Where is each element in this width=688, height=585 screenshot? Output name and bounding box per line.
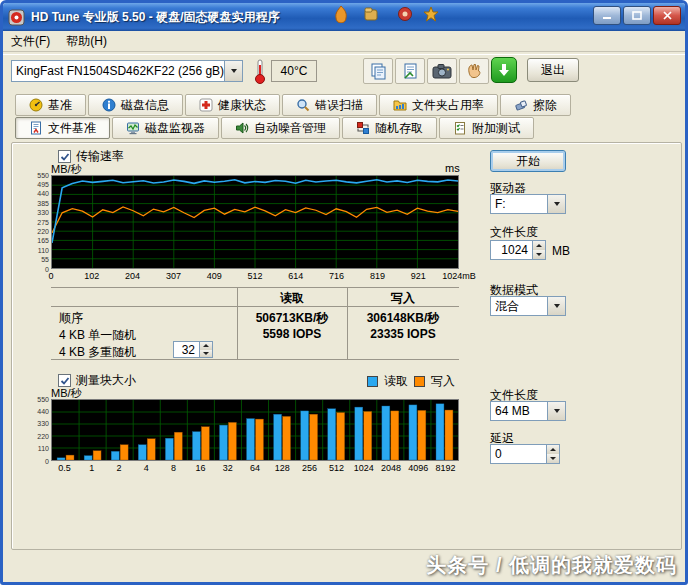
tab-error-scan-label: 错误扫描	[315, 97, 363, 114]
x-tick-label: 716	[329, 271, 344, 281]
delay-arrows[interactable]	[546, 444, 560, 464]
transfer-graph-x-labels: 01022043074095126147168199211024mB	[51, 271, 459, 281]
file-length-label: 文件长度	[490, 224, 538, 241]
spinner-up-icon[interactable]	[547, 445, 559, 454]
tab-erase-label: 擦除	[533, 97, 557, 114]
row-4k-single-write: 23335 IOPS	[347, 327, 459, 341]
hand-icon	[465, 62, 483, 80]
block-graph-x-labels: 0.512481632641282565121024204840968192	[51, 463, 459, 473]
tab-benchmark[interactable]: 基准	[15, 94, 86, 116]
tab-aam[interactable]: 自动噪音管理	[221, 117, 340, 139]
x-tick-label: 512	[247, 271, 262, 281]
chevron-down-icon[interactable]	[224, 61, 242, 81]
queue-depth-arrows[interactable]	[199, 341, 213, 358]
spinner-down-icon[interactable]	[533, 250, 545, 259]
error-scan-icon	[296, 98, 310, 112]
queue-depth-value[interactable]: 32	[173, 341, 199, 358]
data-mode-select[interactable]: 混合	[490, 296, 566, 316]
tab-disk-monitor[interactable]: 磁盘监视器	[112, 117, 219, 139]
title-bar[interactable]: HD Tune 专业版 5.50 - 硬盘/固态硬盘实用程序	[3, 3, 685, 31]
tab-random-access[interactable]: 随机存取	[342, 117, 437, 139]
read-legend-swatch	[367, 376, 378, 387]
x-tick-label: 0.5	[58, 463, 71, 473]
tab-file-benchmark-label: 文件基准	[48, 120, 96, 137]
delay-value[interactable]: 0	[490, 444, 546, 464]
tab-extra-tests[interactable]: 附加测试	[439, 117, 534, 139]
block-size-graph	[51, 399, 459, 461]
start-button[interactable]: 开始	[490, 150, 566, 172]
close-button[interactable]	[653, 6, 681, 25]
x-tick-label: 32	[223, 463, 233, 473]
tab-erase[interactable]: 擦除	[500, 94, 571, 116]
spinner-up-icon[interactable]	[200, 342, 212, 350]
x-tick-label: 1024mB	[442, 271, 476, 281]
block-size-label: 测量块大小	[76, 372, 136, 389]
row-sequential-write: 306148KB/秒	[347, 310, 459, 327]
tab-disk-info-label: 磁盘信息	[121, 97, 169, 114]
camera-icon	[432, 63, 452, 79]
delay-spinner[interactable]: 0	[490, 444, 560, 464]
x-tick-label: 0	[48, 271, 53, 281]
y-axis-unit-right: ms	[445, 162, 460, 174]
tab-file-benchmark[interactable]: 文件基准	[15, 117, 110, 139]
screenshot-button[interactable]	[427, 58, 457, 84]
target-drive-value: F:	[491, 197, 547, 211]
spinner-down-icon[interactable]	[200, 350, 212, 358]
copy-pages-button[interactable]	[363, 58, 393, 84]
tab-extra-tests-label: 附加测试	[472, 120, 520, 137]
x-tick-label: 2	[116, 463, 121, 473]
y-tick-label: 330	[37, 420, 49, 427]
x-tick-label: 1	[89, 463, 94, 473]
chevron-down-icon[interactable]	[547, 297, 565, 315]
chevron-down-icon[interactable]	[547, 195, 565, 213]
y-tick-label: 330	[37, 209, 49, 216]
maximize-button[interactable]	[623, 6, 651, 25]
file-length-spinner[interactable]: 1024	[490, 240, 546, 260]
data-mode-value: 混合	[491, 298, 547, 315]
minimize-button[interactable]	[593, 6, 621, 25]
copy-report-button[interactable]	[395, 58, 425, 84]
exit-button-label: 退出	[541, 62, 565, 79]
x-tick-label: 256	[302, 463, 317, 473]
y-tick-label: 0	[45, 458, 49, 465]
donate-button[interactable]	[459, 58, 489, 84]
file-length-2-select[interactable]: 64 MB	[490, 401, 566, 421]
tab-error-scan[interactable]: 错误扫描	[282, 94, 377, 116]
write-legend-label: 写入	[431, 373, 455, 390]
target-drive-select[interactable]: F:	[490, 194, 566, 214]
menu-bar: 文件(F) 帮助(H)	[3, 31, 685, 51]
x-tick-label: 102	[84, 271, 99, 281]
menu-separator	[3, 51, 685, 55]
aam-icon	[235, 121, 249, 135]
row-sequential-label: 顺序	[59, 310, 83, 327]
temperature-value: 40°C	[281, 64, 308, 78]
exit-button[interactable]: 退出	[527, 58, 579, 82]
transfer-rate-label: 传输速率	[76, 148, 124, 165]
file-length-arrows[interactable]	[532, 240, 546, 260]
tab-health[interactable]: 健康状态	[185, 94, 280, 116]
erase-icon	[514, 98, 528, 112]
update-button[interactable]	[491, 57, 517, 83]
minimize-icon	[602, 11, 612, 20]
drive-select[interactable]: KingFast FN1504SD462KF22 (256 gB)	[11, 60, 243, 82]
check-icon	[60, 376, 70, 386]
random-access-icon	[356, 121, 370, 135]
y-tick-label: 220	[37, 228, 49, 235]
spinner-down-icon[interactable]	[547, 454, 559, 463]
tab-folder-usage[interactable]: 文件夹占用率	[379, 94, 498, 116]
x-tick-label: 819	[370, 271, 385, 281]
file-length-unit: MB	[552, 244, 570, 258]
spinner-up-icon[interactable]	[533, 241, 545, 250]
read-legend-label: 读取	[384, 373, 408, 390]
queue-depth-spinner[interactable]: 32	[173, 341, 213, 358]
y-tick-label: 275	[37, 219, 49, 226]
maximize-icon	[632, 11, 642, 20]
file-length-value[interactable]: 1024	[490, 240, 532, 260]
chevron-down-icon[interactable]	[547, 402, 565, 420]
menu-help[interactable]: 帮助(H)	[58, 31, 115, 52]
menu-file[interactable]: 文件(F)	[3, 31, 58, 52]
copy-report-icon	[401, 62, 419, 80]
tab-disk-info[interactable]: 磁盘信息	[88, 94, 183, 116]
x-tick-label: 2048	[381, 463, 401, 473]
drive-select-value: KingFast FN1504SD462KF22 (256 gB)	[12, 64, 224, 78]
